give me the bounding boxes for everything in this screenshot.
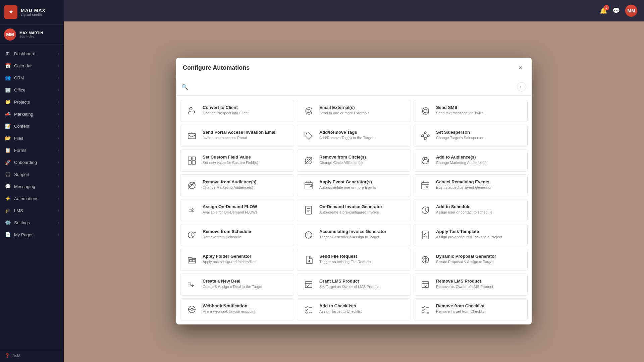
automation-card-text: Set Salesperson Change Target's Salesper…	[436, 130, 484, 140]
automation-card-send-sms[interactable]: Send SMS Send text message via Twilio	[414, 100, 528, 122]
automation-card-set-custom-field[interactable]: Set Custom Field Value Set new value for…	[180, 149, 294, 172]
portal-email-icon	[186, 130, 198, 142]
sms-at-icon	[419, 105, 431, 117]
automation-card-add-to-audiences[interactable]: Add to Audience(s) Change Marketing Audi…	[414, 149, 528, 172]
back-button[interactable]: ←	[517, 82, 526, 92]
automation-card-webhook-notification[interactable]: Webhook Notification Fire a webhook to y…	[180, 298, 294, 320]
automation-card-accumulating-invoice[interactable]: Accumulating Invoice Generator Trigger G…	[297, 224, 411, 246]
svg-point-8	[421, 135, 423, 137]
automation-card-text: Apply Folder Generator Apply pre-configu…	[203, 254, 256, 264]
automation-description: Add/Remove Tag(s) to the Target	[319, 136, 373, 140]
automation-card-apply-task-template[interactable]: Apply Task Template Assign pre-configure…	[414, 224, 528, 246]
automation-card-apply-event-generator[interactable]: Apply Event Generator(s) Auto-schedule o…	[297, 174, 411, 196]
automation-card-text: Assign On-Demand FLOW Available for On-D…	[203, 204, 258, 214]
automation-title: Remove LMS Product	[436, 279, 493, 284]
automation-title: Remove from Checklist	[436, 303, 485, 308]
automation-description: Change Target's Salesperson	[436, 136, 484, 140]
automation-card-apply-folder-generator[interactable]: Apply Folder Generator Apply pre-configu…	[180, 249, 294, 271]
file-request-icon	[303, 254, 315, 266]
schedule-remove-icon	[186, 229, 198, 241]
flow-icon	[186, 204, 198, 216]
configure-automations-modal: Configure Automations × 🔍 ← Convert to C…	[176, 58, 532, 324]
automation-description: Assign Target to Checklist	[319, 309, 362, 313]
schedule-add-icon	[419, 204, 431, 216]
automation-card-remove-lms-product[interactable]: Remove LMS Product Remove as Owner of LM…	[414, 274, 528, 296]
automation-title: Convert to Client	[203, 105, 249, 110]
automation-title: Remove from Audience(s)	[203, 179, 257, 184]
automation-card-dynamic-proposal[interactable]: Dynamic Proposal Generator Create Propos…	[414, 249, 528, 271]
automation-card-add-remove-tags[interactable]: Add/Remove Tags Add/Remove Tag(s) to the…	[297, 125, 411, 147]
task-template-icon	[419, 229, 431, 241]
automation-title: Remove from Circle(s)	[319, 155, 366, 160]
event-generator-icon	[303, 179, 315, 191]
automation-card-grant-lms-product[interactable]: Grant LMS Product Set Target as Owner of…	[297, 274, 411, 296]
automation-description: Auto-schedule one or more Events	[319, 185, 376, 189]
audience-remove-icon	[186, 179, 198, 191]
webhook-icon	[186, 303, 198, 315]
automation-description: Available for On-Demand FLOWs	[203, 210, 258, 214]
automation-card-text: Cancel Remaining Events Events added by …	[436, 179, 492, 189]
automation-card-set-salesperson[interactable]: Set Salesperson Change Target's Salesper…	[414, 125, 528, 147]
automation-card-text: Create a New Deal Create & Assign a Deal…	[203, 279, 262, 289]
automation-card-add-to-checklists[interactable]: Add to Checklists Assign Target to Check…	[297, 298, 411, 320]
automation-card-text: On-Demand Invoice Generator Auto-create …	[319, 204, 382, 214]
automation-card-assign-on-demand-flow[interactable]: Assign On-Demand FLOW Available for On-D…	[180, 199, 294, 221]
svg-point-0	[190, 107, 192, 110]
automation-card-convert-to-client[interactable]: Convert to Client Change Prospect into C…	[180, 100, 294, 122]
svg-point-60	[191, 308, 193, 310]
modal-header: Configure Automations ×	[176, 58, 532, 78]
modal-overlay: Configure Automations × 🔍 ← Convert to C…	[0, 0, 644, 362]
checklist-add-icon	[303, 303, 315, 315]
automation-title: Grant LMS Product	[319, 279, 379, 284]
automation-card-text: Add to Checklists Assign Target to Check…	[319, 303, 362, 313]
automation-description: Set Target as Owner of LMS Product	[319, 285, 379, 289]
automation-description: Remove as Owner of LMS Product	[436, 285, 493, 289]
automation-description: Fire a webhook to your endpoint	[203, 309, 255, 313]
automation-title: Send Portal Access Invitation Email	[203, 130, 277, 135]
automation-card-add-to-schedule[interactable]: Add to Schedule Assign user or contact t…	[414, 199, 528, 221]
invoice-accumulate-icon	[303, 229, 315, 241]
automations-grid: Convert to Client Change Prospect into C…	[180, 100, 528, 320]
automation-card-create-new-deal[interactable]: Create a New Deal Create & Assign a Deal…	[180, 274, 294, 296]
circle-remove-icon	[303, 155, 315, 167]
automation-card-cancel-remaining-events[interactable]: Cancel Remaining Events Events added by …	[414, 174, 528, 196]
search-input[interactable]	[192, 84, 514, 89]
person-convert-icon	[186, 105, 198, 117]
automation-card-text: Set Custom Field Value Set new value for…	[203, 155, 258, 165]
lms-grant-icon	[303, 279, 315, 291]
automation-title: Set Salesperson	[436, 130, 484, 135]
automation-title: On-Demand Invoice Generator	[319, 204, 382, 209]
svg-point-2	[307, 109, 310, 113]
automation-card-remove-from-audiences[interactable]: Remove from Audience(s) Change Marketing…	[180, 174, 294, 196]
svg-point-6	[306, 133, 307, 134]
automation-card-remove-from-checklist[interactable]: Remove from Checklist Remove Target from…	[414, 298, 528, 320]
automation-card-remove-from-circle[interactable]: Remove from Circle(s) Change Circle Affi…	[297, 149, 411, 172]
automation-card-text: Add to Audience(s) Change Marketing Audi…	[436, 155, 487, 165]
automation-card-text: Send SMS Send text message via Twilio	[436, 105, 484, 115]
automation-card-send-portal-invitation[interactable]: Send Portal Access Invitation Email Invi…	[180, 125, 294, 147]
automation-card-email-externals[interactable]: Email External(s) Send to one or more Ex…	[297, 100, 411, 122]
deal-icon	[186, 279, 198, 291]
svg-point-11	[424, 138, 426, 140]
automation-card-on-demand-invoice[interactable]: On-Demand Invoice Generator Auto-create …	[297, 199, 411, 221]
svg-rect-14	[188, 161, 192, 164]
automation-card-remove-from-schedule[interactable]: Remove from Schedule Remove from Schedul…	[180, 224, 294, 246]
automation-title: Dynamic Proposal Generator	[436, 254, 496, 259]
modal-title: Configure Automations	[183, 64, 250, 71]
automation-title: Cancel Remaining Events	[436, 179, 492, 184]
automation-title: Webhook Notification	[203, 303, 255, 308]
automation-card-send-file-request[interactable]: Send File Request Trigger an existing Fi…	[297, 249, 411, 271]
automation-description: Remove Target from Checklist	[436, 309, 485, 313]
automation-description: Assign pre-configured Tasks to a Project	[436, 235, 502, 239]
svg-point-19	[422, 157, 429, 164]
automation-description: Send text message via Twilio	[436, 111, 484, 115]
svg-rect-50	[193, 259, 195, 262]
automation-title: Apply Event Generator(s)	[319, 179, 376, 184]
automation-title: Assign On-Demand FLOW	[203, 204, 258, 209]
automation-card-text: Add/Remove Tags Add/Remove Tag(s) to the…	[319, 130, 373, 140]
automation-card-text: Email External(s) Send to one or more Ex…	[319, 105, 369, 115]
modal-close-button[interactable]: ×	[516, 63, 525, 72]
svg-rect-54	[305, 282, 312, 288]
svg-point-7	[423, 134, 427, 138]
automation-description: Create & Assign a Deal to the Target	[203, 285, 262, 289]
